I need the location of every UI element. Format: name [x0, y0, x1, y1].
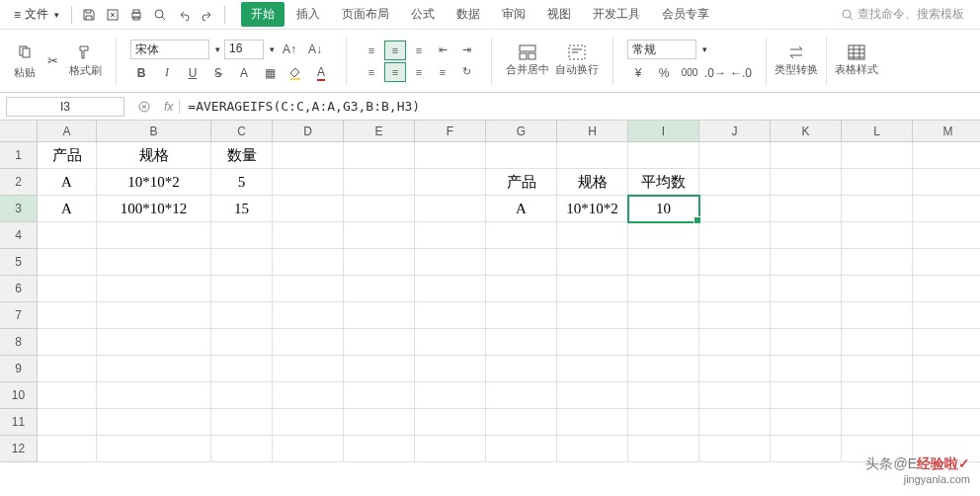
- currency-button[interactable]: ¥: [627, 63, 649, 83]
- cell[interactable]: [486, 356, 557, 382]
- cell[interactable]: [273, 249, 344, 276]
- row-header[interactable]: 3: [0, 196, 38, 222]
- decrease-decimal-icon[interactable]: ←.0: [730, 63, 752, 83]
- cell[interactable]: [344, 382, 415, 409]
- row-header[interactable]: 1: [0, 142, 38, 169]
- increase-font-icon[interactable]: A↑: [279, 40, 300, 59]
- formula-input[interactable]: =AVERAGEIFS(C:C,A:A,G3,B:B,H3): [180, 97, 980, 116]
- cell[interactable]: [771, 276, 842, 302]
- cell[interactable]: [211, 409, 273, 436]
- row-header[interactable]: 11: [0, 409, 38, 436]
- column-header[interactable]: L: [842, 121, 913, 142]
- font-size-select[interactable]: 16: [224, 40, 264, 59]
- cell[interactable]: [842, 142, 913, 169]
- cell[interactable]: [842, 276, 913, 302]
- cell[interactable]: [211, 436, 273, 462]
- cell[interactable]: [415, 169, 486, 196]
- strikethrough-button[interactable]: S̶: [207, 63, 229, 83]
- print-preview-icon[interactable]: [102, 4, 123, 26]
- cell[interactable]: [699, 142, 771, 169]
- column-header[interactable]: K: [771, 121, 842, 142]
- row-header[interactable]: 4: [0, 222, 38, 249]
- row-header[interactable]: 2: [0, 169, 38, 196]
- tab-member[interactable]: 会员专享: [652, 2, 719, 27]
- indent-increase-icon[interactable]: ⇥: [455, 41, 477, 60]
- fx-icon[interactable]: fx: [158, 100, 180, 114]
- page-setup-icon[interactable]: [149, 4, 171, 26]
- cell[interactable]: [273, 409, 344, 436]
- cell[interactable]: [628, 409, 699, 436]
- cell[interactable]: [699, 436, 771, 462]
- cell[interactable]: [771, 436, 842, 462]
- cell[interactable]: [415, 436, 486, 462]
- cell[interactable]: [628, 249, 699, 276]
- cell[interactable]: [628, 276, 699, 302]
- cell[interactable]: 10*10*2: [97, 169, 211, 196]
- cell[interactable]: [699, 302, 771, 329]
- cell[interactable]: [273, 222, 344, 249]
- cell[interactable]: [913, 329, 980, 356]
- cell[interactable]: [628, 302, 699, 329]
- cell[interactable]: [344, 249, 415, 276]
- cell[interactable]: [97, 276, 211, 302]
- cell[interactable]: [211, 249, 273, 276]
- cell[interactable]: [344, 356, 415, 382]
- cell[interactable]: [38, 222, 97, 249]
- cell[interactable]: [628, 356, 699, 382]
- cell[interactable]: [344, 329, 415, 356]
- cell[interactable]: [415, 142, 486, 169]
- increase-decimal-icon[interactable]: .0→: [704, 63, 726, 83]
- cell[interactable]: [771, 409, 842, 436]
- cell[interactable]: [771, 356, 842, 382]
- cell[interactable]: [913, 142, 980, 169]
- cell[interactable]: [486, 409, 557, 436]
- column-header[interactable]: J: [699, 121, 771, 142]
- underline-button[interactable]: U: [182, 63, 204, 83]
- cell[interactable]: [557, 249, 628, 276]
- column-header[interactable]: C: [211, 121, 273, 142]
- column-header[interactable]: I: [628, 121, 699, 142]
- row-header[interactable]: 9: [0, 356, 38, 382]
- cell[interactable]: [699, 409, 771, 436]
- row-header[interactable]: 7: [0, 302, 38, 329]
- undo-icon[interactable]: [173, 4, 195, 26]
- align-top-icon[interactable]: ≡: [361, 41, 382, 60]
- column-header[interactable]: H: [557, 121, 628, 142]
- cell[interactable]: [415, 196, 486, 222]
- cell[interactable]: [699, 276, 771, 302]
- cell[interactable]: [628, 222, 699, 249]
- cell[interactable]: 5: [211, 169, 273, 196]
- redo-icon[interactable]: [197, 4, 218, 26]
- cell[interactable]: [699, 356, 771, 382]
- cell[interactable]: [486, 222, 557, 249]
- decrease-font-icon[interactable]: A↓: [304, 40, 326, 59]
- cell[interactable]: [699, 249, 771, 276]
- tab-data[interactable]: 数据: [447, 2, 490, 27]
- cell[interactable]: [842, 382, 913, 409]
- tab-view[interactable]: 视图: [537, 2, 581, 27]
- cell[interactable]: [38, 436, 97, 462]
- cell[interactable]: [415, 382, 486, 409]
- cell[interactable]: [699, 329, 771, 356]
- file-menu[interactable]: ≡ 文件 ▾: [8, 4, 65, 25]
- cell[interactable]: [771, 142, 842, 169]
- cell[interactable]: 产品: [38, 142, 97, 169]
- cell[interactable]: [842, 222, 913, 249]
- cell[interactable]: [211, 302, 273, 329]
- cell[interactable]: [913, 436, 980, 462]
- cell[interactable]: [557, 356, 628, 382]
- align-middle-icon[interactable]: ≡: [384, 41, 406, 60]
- cell[interactable]: [415, 276, 486, 302]
- cell[interactable]: [344, 409, 415, 436]
- cell[interactable]: 平均数: [628, 169, 699, 196]
- select-all-corner[interactable]: [0, 121, 38, 142]
- cell[interactable]: [913, 409, 980, 436]
- cell[interactable]: [273, 276, 344, 302]
- column-header[interactable]: D: [273, 121, 344, 142]
- cell[interactable]: [699, 222, 771, 249]
- cell[interactable]: [211, 329, 273, 356]
- cell[interactable]: [273, 169, 344, 196]
- cell[interactable]: [557, 409, 628, 436]
- paste-button[interactable]: 粘贴: [14, 65, 36, 80]
- name-box[interactable]: I3: [6, 97, 124, 117]
